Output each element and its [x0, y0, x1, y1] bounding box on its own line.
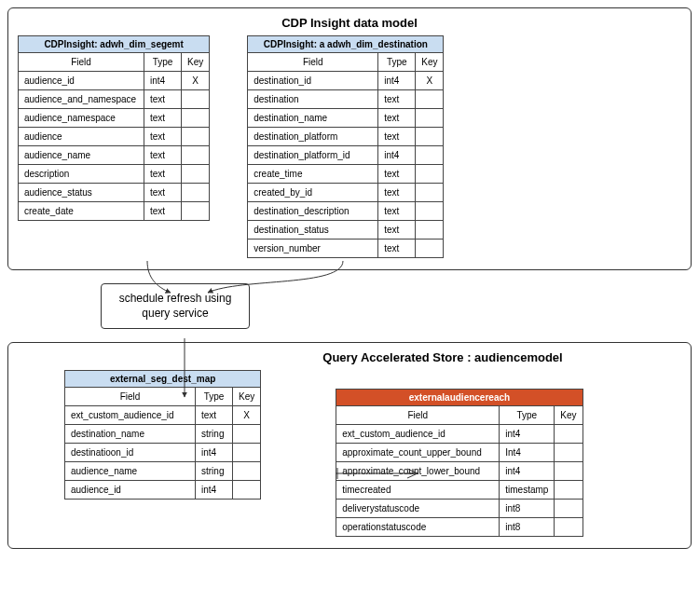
cell-type: text [144, 165, 182, 184]
col-type: Type [196, 388, 233, 406]
cell-key [555, 481, 582, 500]
table-row: audience_nametext [19, 146, 210, 165]
cell-field: destination_description [248, 202, 378, 221]
cell-key [182, 202, 210, 221]
table-row: audience_namespacetext [19, 109, 210, 128]
col-type: Type [500, 406, 555, 425]
table-row: create_datetext [19, 202, 210, 221]
cell-field: created_by_id [248, 184, 378, 202]
col-field: Field [19, 53, 144, 72]
table-title: CDPInsight: adwh_dim_segemt [19, 36, 210, 53]
cell-field: audience [19, 128, 144, 146]
cell-key [182, 90, 210, 109]
cell-type: text [378, 221, 416, 240]
cell-type: text [378, 165, 416, 184]
table-map: external_seg_dest_map Field Type Key ext… [64, 370, 261, 500]
col-key: Key [233, 388, 261, 406]
table-row: destination_platformtext [248, 128, 444, 146]
cell-key [416, 202, 444, 221]
cell-field: version_number [248, 240, 378, 258]
table-row: destination_idint4X [248, 72, 444, 90]
table-reach: externalaudiencereach Field Type Key ext… [336, 389, 582, 537]
cell-key [182, 128, 210, 146]
process-label: schedule refresh using query service [101, 283, 250, 329]
cell-key [416, 165, 444, 184]
table-row: create_timetext [248, 165, 444, 184]
cell-field: destination_name [248, 109, 378, 128]
col-field: Field [65, 388, 196, 406]
col-key: Key [555, 406, 582, 425]
cell-type: text [378, 109, 416, 128]
table-title: CDPInsight: a adwh_dim_destination [248, 36, 444, 53]
cell-type: int4 [500, 425, 555, 444]
cell-key [233, 481, 261, 500]
table-row: destination_statustext [248, 221, 444, 240]
table-destination: CDPInsight: a adwh_dim_destination Field… [247, 35, 444, 258]
cell-key: X [416, 72, 444, 90]
bottom-container: Query Accelerated Store : audiencemodel … [7, 342, 692, 549]
cell-key [233, 425, 261, 444]
cell-type: int8 [500, 518, 555, 537]
cell-type: int4 [196, 444, 233, 462]
cell-field: create_date [19, 202, 144, 221]
table-row: created_by_idtext [248, 184, 444, 202]
cell-type: Int4 [500, 444, 555, 462]
cell-type: int4 [196, 481, 233, 500]
cell-field: destination_platform_id [248, 146, 378, 165]
cell-field: deliverystatuscode [336, 500, 500, 518]
top-container: CDP Insight data model CDPInsight: adwh_… [7, 7, 692, 270]
cell-field: create_time [248, 165, 378, 184]
cell-field: operationstatuscode [336, 518, 500, 537]
table-row: destination_descriptiontext [248, 202, 444, 221]
table-segment: CDPInsight: adwh_dim_segemt Field Type K… [18, 35, 210, 221]
cell-type: string [196, 425, 233, 444]
cell-key [416, 240, 444, 258]
cell-field: audience_and_namespace [19, 90, 144, 109]
col-type: Type [378, 53, 416, 72]
cell-type: text [378, 128, 416, 146]
cell-field: destination_id [248, 72, 378, 90]
cell-field: audience_name [19, 146, 144, 165]
col-type: Type [144, 53, 182, 72]
cell-type: text [144, 128, 182, 146]
cell-key [416, 128, 444, 146]
cell-field: destinatioon_id [65, 444, 196, 462]
table-row: operationstatuscodeint8 [336, 518, 582, 537]
cell-field: approximate_count_upper_bound [336, 444, 500, 462]
cell-field: destination [248, 90, 378, 109]
top-container-title: CDP Insight data model [18, 16, 681, 30]
col-key: Key [182, 53, 210, 72]
table-row: audience_namestring [65, 462, 261, 481]
col-field: Field [248, 53, 378, 72]
cell-type: int4 [378, 146, 416, 165]
table-row: deliverystatuscodeint8 [336, 500, 582, 518]
cell-field: ext_custom_audience_id [336, 425, 500, 444]
cell-key [555, 500, 582, 518]
cell-type: text [196, 406, 233, 425]
cell-key [555, 444, 582, 462]
cell-field: approximate_count_lower_bound [336, 462, 500, 481]
table-row: descriptiontext [19, 165, 210, 184]
table-row: destinatioon_idint4 [65, 444, 261, 462]
col-field: Field [336, 406, 500, 425]
process-line1: schedule refresh using [119, 292, 232, 305]
cell-key [182, 146, 210, 165]
cell-type: int4 [500, 462, 555, 481]
cell-type: text [144, 184, 182, 202]
cell-type: timestamp [500, 481, 555, 500]
cell-type: text [378, 90, 416, 109]
cell-key [555, 425, 582, 444]
col-key: Key [416, 53, 444, 72]
cell-key: X [182, 72, 210, 90]
cell-key [416, 146, 444, 165]
table-row: destination_platform_idint4 [248, 146, 444, 165]
cell-field: destination_platform [248, 128, 378, 146]
cell-key [416, 184, 444, 202]
cell-type: int4 [378, 72, 416, 90]
cell-field: audience_id [65, 481, 196, 500]
table-row: approximate_count_upper_boundInt4 [336, 444, 582, 462]
cell-key: X [233, 406, 261, 425]
cell-field: audience_name [65, 462, 196, 481]
cell-field: timecreated [336, 481, 500, 500]
cell-key [233, 444, 261, 462]
